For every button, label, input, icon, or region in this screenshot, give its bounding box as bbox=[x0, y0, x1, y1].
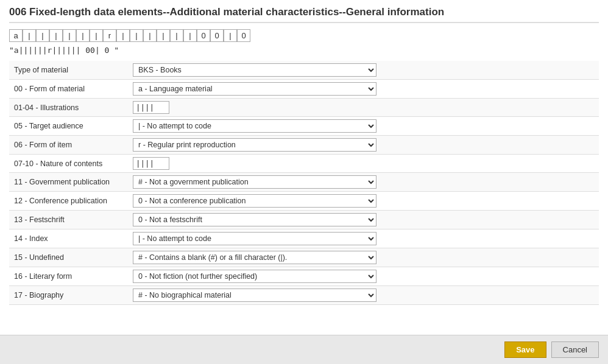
select-1[interactable]: a - Language materialb - Manuscript lang… bbox=[133, 82, 376, 96]
field-value-12[interactable]: # - No biographical material| - No attem… bbox=[128, 286, 599, 305]
cancel-button[interactable]: Cancel bbox=[551, 341, 599, 358]
select-12[interactable]: # - No biographical material| - No attem… bbox=[133, 289, 376, 302]
select-11[interactable]: 0 - Not fiction (not further specified)1… bbox=[133, 270, 376, 283]
table-row: 07-10 - Nature of contents bbox=[9, 155, 599, 173]
char-cell-6: | bbox=[90, 29, 103, 42]
field-value-10[interactable]: # - Contains a blank (#) or a fill chara… bbox=[128, 248, 599, 267]
select-4[interactable]: r - Regular print reproduction| - No att… bbox=[133, 138, 376, 152]
field-value-2[interactable] bbox=[128, 99, 599, 117]
field-label-0: Type of material bbox=[9, 61, 128, 80]
page-title: 006 Fixed-length data elements--Addition… bbox=[9, 6, 599, 23]
select-3[interactable]: | - No attempt to codea - Preschoolb - P… bbox=[133, 119, 376, 133]
field-value-1[interactable]: a - Language materialb - Manuscript lang… bbox=[128, 80, 599, 99]
select-7[interactable]: 0 - Not a conference publication1 - Conf… bbox=[133, 194, 376, 208]
field-value-9[interactable]: | - No attempt to code0 - No index1 - In… bbox=[128, 229, 599, 248]
select-9[interactable]: | - No attempt to code0 - No index1 - In… bbox=[133, 232, 376, 245]
field-label-11: 16 - Literary form bbox=[9, 267, 128, 286]
char-cell-13: | bbox=[183, 29, 197, 42]
field-value-11[interactable]: 0 - Not fiction (not further specified)1… bbox=[128, 267, 599, 286]
char-cell-9: | bbox=[130, 29, 143, 42]
select-8[interactable]: 0 - Not a festschrift1 - Festschrift| - … bbox=[133, 213, 376, 226]
save-button[interactable]: Save bbox=[504, 341, 546, 358]
table-row: 11 - Government publication# - Not a gov… bbox=[9, 173, 599, 192]
field-value-0[interactable]: BKS - BooksCOM - Computer filesMAP - Map… bbox=[128, 61, 599, 80]
table-row: 15 - Undefined# - Contains a blank (#) o… bbox=[9, 248, 599, 267]
field-label-10: 15 - Undefined bbox=[9, 248, 128, 267]
field-value-4[interactable]: r - Regular print reproduction| - No att… bbox=[128, 136, 599, 155]
field-label-3: 05 - Target audience bbox=[9, 117, 128, 136]
field-value-7[interactable]: 0 - Not a conference publication1 - Conf… bbox=[128, 192, 599, 211]
char-cell-16: | bbox=[224, 29, 237, 42]
bottom-bar: Save Cancel bbox=[0, 335, 608, 364]
fields-table: Type of materialBKS - BooksCOM - Compute… bbox=[9, 61, 599, 305]
field-label-9: 14 - Index bbox=[9, 229, 128, 248]
table-row: 14 - Index| - No attempt to code0 - No i… bbox=[9, 229, 599, 248]
field-label-1: 00 - Form of material bbox=[9, 80, 128, 99]
select-10[interactable]: # - Contains a blank (#) or a fill chara… bbox=[133, 251, 376, 264]
table-row: 06 - Form of itemr - Regular print repro… bbox=[9, 136, 599, 155]
field-label-6: 11 - Government publication bbox=[9, 173, 128, 192]
char-cell-17: 0 bbox=[237, 29, 250, 42]
char-cell-5: | bbox=[76, 29, 90, 42]
table-row: 00 - Form of materiala - Language materi… bbox=[9, 80, 599, 99]
text-input-2[interactable] bbox=[133, 101, 169, 114]
table-row: 01-04 - Illustrations bbox=[9, 99, 599, 117]
table-row: 16 - Literary form0 - Not fiction (not f… bbox=[9, 267, 599, 286]
char-cell-14: 0 bbox=[197, 29, 210, 42]
table-row: 12 - Conference publication0 - Not a con… bbox=[9, 192, 599, 211]
char-cell-1: | bbox=[23, 29, 36, 42]
field-value-8[interactable]: 0 - Not a festschrift1 - Festschrift| - … bbox=[128, 211, 599, 229]
table-row: 17 - Biography# - No biographical materi… bbox=[9, 286, 599, 305]
char-cell-11: | bbox=[157, 29, 170, 42]
char-cell-7: r bbox=[103, 29, 116, 42]
select-6[interactable]: # - Not a government publication| - No a… bbox=[133, 175, 376, 189]
field-label-2: 01-04 - Illustrations bbox=[9, 99, 128, 117]
select-0[interactable]: BKS - BooksCOM - Computer filesMAP - Map… bbox=[133, 63, 376, 77]
table-row: 05 - Target audience| - No attempt to co… bbox=[9, 117, 599, 136]
char-cell-4: | bbox=[63, 29, 76, 42]
table-row: Type of materialBKS - BooksCOM - Compute… bbox=[9, 61, 599, 80]
char-cell-3: | bbox=[49, 29, 63, 42]
field-value-5[interactable] bbox=[128, 155, 599, 173]
char-cells-row: a||||||r||||||00|0 bbox=[9, 29, 599, 42]
field-label-5: 07-10 - Nature of contents bbox=[9, 155, 128, 173]
text-input-5[interactable] bbox=[133, 157, 169, 170]
char-cell-12: | bbox=[170, 29, 183, 42]
field-value-3[interactable]: | - No attempt to codea - Preschoolb - P… bbox=[128, 117, 599, 136]
field-label-7: 12 - Conference publication bbox=[9, 192, 128, 211]
char-cell-10: | bbox=[143, 29, 157, 42]
field-label-8: 13 - Festschrift bbox=[9, 211, 128, 229]
char-cell-15: 0 bbox=[210, 29, 224, 42]
field-label-12: 17 - Biography bbox=[9, 286, 128, 305]
main-panel: 006 Fixed-length data elements--Addition… bbox=[0, 0, 608, 335]
raw-string: "a||||||r|||||| 00| 0 " bbox=[9, 46, 599, 55]
char-cell-0: a bbox=[9, 29, 23, 42]
table-row: 13 - Festschrift0 - Not a festschrift1 -… bbox=[9, 211, 599, 229]
char-cell-8: | bbox=[116, 29, 130, 42]
field-label-4: 06 - Form of item bbox=[9, 136, 128, 155]
field-value-6[interactable]: # - Not a government publication| - No a… bbox=[128, 173, 599, 192]
char-cell-2: | bbox=[36, 29, 49, 42]
